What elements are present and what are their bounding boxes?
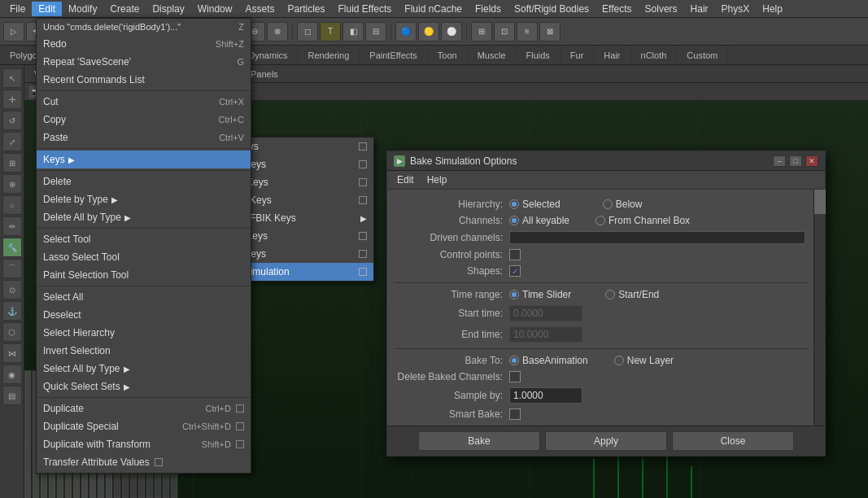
menu-effects[interactable]: Effects <box>595 2 638 16</box>
dialog-scrollbar[interactable] <box>813 190 825 426</box>
tab-rendering[interactable]: Rendering <box>299 47 360 63</box>
menu-quick-select-sets[interactable]: Quick Select Sets ▶ <box>37 378 251 395</box>
menu-select-all-by-type[interactable]: Select All by Type ▶ <box>37 360 251 378</box>
toolbar-btn-18[interactable]: 🟡 <box>418 22 439 42</box>
menu-delete-all-by-type[interactable]: Delete All by Type ▶ <box>37 208 251 226</box>
menu-fluid-effects[interactable]: Fluid Effects <box>331 2 398 16</box>
menu-select-all[interactable]: Select All <box>37 288 251 306</box>
control-points-checkbox[interactable] <box>509 249 521 260</box>
tab-toon[interactable]: Toon <box>428 47 468 63</box>
menu-solvers[interactable]: Solvers <box>639 2 684 16</box>
dup-special-option[interactable] <box>236 422 244 430</box>
sidebar-layer-icon[interactable]: ▤ <box>2 386 22 405</box>
menu-delete[interactable]: Delete <box>37 173 251 190</box>
dup-transform-option[interactable] <box>236 440 244 448</box>
delete-keys-option[interactable] <box>359 196 367 204</box>
toolbar-btn-22[interactable]: ≡ <box>517 22 538 42</box>
toolbar-btn-16[interactable]: ⊟ <box>365 22 386 42</box>
menu-redo[interactable]: Redo Shift+Z <box>37 35 251 53</box>
sidebar-select-icon[interactable]: ↖ <box>2 68 22 88</box>
sidebar-transform-icon[interactable]: ⊞ <box>2 153 22 173</box>
dup-option[interactable] <box>236 404 244 413</box>
menu-modify[interactable]: Modify <box>62 2 103 16</box>
sidebar-ik-icon[interactable]: ⚓ <box>2 301 22 321</box>
toolbar-btn-14[interactable]: T <box>320 22 341 42</box>
tab-painteffects[interactable]: PaintEffects <box>360 47 428 63</box>
sidebar-joint-icon[interactable]: ⊙ <box>2 280 22 299</box>
menu-select-tool[interactable]: Select Tool <box>37 230 251 248</box>
smart-bake-checkbox[interactable] <box>509 408 521 420</box>
tab-muscle[interactable]: Muscle <box>468 47 517 63</box>
toolbar-btn-23[interactable]: ⊠ <box>539 22 560 42</box>
start-end-option[interactable]: Start/End <box>605 289 659 300</box>
scale-keys-option[interactable] <box>359 232 367 240</box>
delete-baked-checkbox[interactable] <box>509 371 521 382</box>
menu-file[interactable]: File <box>3 2 32 16</box>
sidebar-lasso-icon[interactable]: ○ <box>2 195 22 215</box>
scrollbar-thumb[interactable] <box>814 190 826 214</box>
new-layer-option[interactable]: New Layer <box>614 355 674 366</box>
menu-repeat[interactable]: Repeat 'SaveScene' G <box>37 53 251 71</box>
transfer-option[interactable] <box>155 458 163 466</box>
menu-help[interactable]: Help <box>756 2 789 16</box>
dialog-close-btn[interactable]: ✕ <box>805 155 818 167</box>
toolbar-btn-13[interactable]: ◻ <box>297 22 318 42</box>
sidebar-move-icon[interactable]: ✛ <box>2 90 22 109</box>
bake-button[interactable]: Bake <box>418 431 540 451</box>
sidebar-sculpt-icon[interactable]: ⋈ <box>2 343 22 363</box>
copy-keys-option[interactable] <box>359 160 367 168</box>
sidebar-rotate-icon[interactable]: ↺ <box>2 111 22 130</box>
menu-recent-commands[interactable]: Recent Commands List <box>37 71 251 89</box>
hierarchy-selected-radio[interactable] <box>509 199 519 209</box>
menu-delete-by-type[interactable]: Delete by Type ▶ <box>37 190 251 208</box>
shapes-checkbox[interactable] <box>509 265 521 277</box>
apply-button[interactable]: Apply <box>545 431 667 451</box>
dialog-maximize-btn[interactable]: □ <box>789 155 802 167</box>
cut-keys-option[interactable] <box>359 142 367 151</box>
driven-channels-field[interactable] <box>509 231 805 244</box>
menu-display[interactable]: Display <box>146 2 190 16</box>
toolbar-btn-15[interactable]: ◧ <box>342 22 364 42</box>
hierarchy-below-option[interactable]: Below <box>603 199 643 210</box>
toolbar-btn-17[interactable]: 🔵 <box>395 22 417 42</box>
toolbar-btn-19[interactable]: ⚪ <box>441 22 462 42</box>
menu-transfer-attr[interactable]: Transfer Attribute Values <box>37 453 251 471</box>
dialog-menu-edit[interactable]: Edit <box>390 173 421 187</box>
sidebar-lattice-icon[interactable]: ⬡ <box>2 322 22 342</box>
base-anim-radio[interactable] <box>509 356 519 365</box>
hierarchy-selected-option[interactable]: Selected <box>509 199 560 210</box>
sidebar-curve-icon[interactable]: ⌒ <box>2 259 22 278</box>
menu-cut[interactable]: Cut Ctrl+X <box>37 93 251 111</box>
menu-paste[interactable]: Paste Ctrl+V <box>37 129 251 146</box>
menu-lasso-select[interactable]: Lasso Select Tool <box>37 248 251 266</box>
sidebar-scale-icon[interactable]: ⤢ <box>2 132 22 151</box>
menu-deselect[interactable]: Deselect <box>37 306 251 324</box>
base-anim-option[interactable]: BaseAnimation <box>509 355 588 366</box>
menu-assets[interactable]: Assets <box>238 2 281 16</box>
tab-hair[interactable]: Hair <box>594 47 630 63</box>
toolbar-btn-21[interactable]: ⊡ <box>494 22 515 42</box>
channels-all-option[interactable]: All keyable <box>509 215 569 226</box>
channels-from-box-option[interactable]: From Channel Box <box>595 215 690 226</box>
tab-ncloth[interactable]: nCloth <box>631 47 678 63</box>
menu-undo[interactable]: Undo "cmds.delete('rigidBody1')..." Z <box>37 19 251 35</box>
toolbar-btn-20[interactable]: ⊞ <box>471 22 492 42</box>
menu-window[interactable]: Window <box>191 2 239 16</box>
menu-fluid-ncache[interactable]: Fluid nCache <box>398 2 469 16</box>
menu-create[interactable]: Create <box>103 2 146 16</box>
start-time-input[interactable] <box>509 305 582 321</box>
menu-duplicate-special[interactable]: Duplicate Special Ctrl+Shift+D <box>37 417 251 435</box>
toolbar-btn-12[interactable]: ⊗ <box>267 22 288 42</box>
start-end-radio[interactable] <box>605 290 615 299</box>
menu-dup-transform[interactable]: Duplicate with Transform Shift+D <box>37 435 251 453</box>
dialog-menu-help[interactable]: Help <box>421 173 454 187</box>
menu-soft-rigid[interactable]: Soft/Rigid Bodies <box>508 2 595 16</box>
menu-physx[interactable]: PhysX <box>715 2 757 16</box>
sidebar-paint-icon[interactable]: ✏ <box>2 216 22 236</box>
sidebar-active-icon[interactable]: 🔧 <box>2 238 22 257</box>
menu-keys[interactable]: Keys ▶ <box>37 151 251 168</box>
end-time-input[interactable] <box>509 326 582 343</box>
menu-fields[interactable]: Fields <box>469 2 508 16</box>
dialog-minimize-btn[interactable]: – <box>773 155 786 167</box>
toolbar-btn-1[interactable]: ▷ <box>3 22 24 42</box>
